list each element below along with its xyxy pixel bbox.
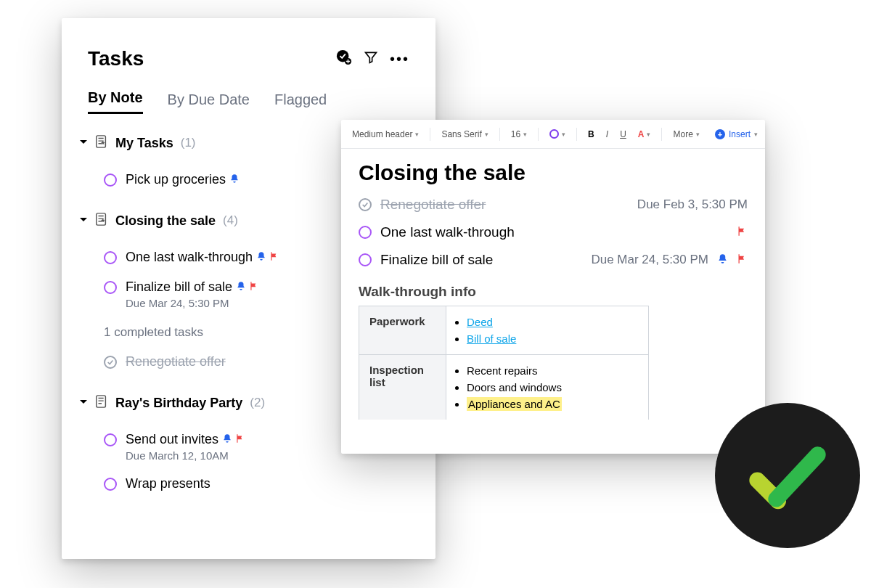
font-dropdown[interactable]: Sans Serif ▾ [438,127,491,142]
note-editor-panel: Medium header ▾ Sans Serif ▾ 16 ▾ ▾ B I … [341,120,765,454]
fontcolor-dropdown[interactable]: A▾ [634,127,655,142]
task-checkbox-done[interactable] [359,198,372,211]
chevron-down-icon: ▾ [485,131,488,138]
task-text: Renegotiate offer [126,354,226,369]
list-item: Appliances and AC [467,396,644,412]
color-ring-icon [549,129,559,139]
group-count: (2) [250,396,265,410]
tab-by-note[interactable]: By Note [88,89,143,114]
task-due: Due Mar 24, 5:30 PM [591,253,708,267]
task-row-completed[interactable]: Renegotiate offer Due Feb 3, 5:30 PM [359,191,748,219]
task-due: Due March 12, 10AM [126,449,245,462]
list-item: Deed [467,314,644,330]
chevron-down-icon [79,136,88,150]
bell-icon [717,253,728,266]
table-header: Inspection list [359,355,446,420]
task-checkbox[interactable] [104,433,117,446]
chevron-down-icon [79,214,88,227]
chevron-down-icon: ▾ [562,131,565,138]
task-checkbox[interactable] [104,281,117,294]
task-checkbox[interactable] [359,226,372,239]
chevron-down-icon [79,396,88,409]
svg-rect-3 [97,213,106,225]
task-text: Finalize bill of sale [126,279,232,294]
checkmark-icon [740,428,835,523]
task-row[interactable]: Wrap presents [72,469,425,499]
plus-icon: + [715,129,725,139]
task-due: Due Feb 3, 5:30 PM [637,197,748,212]
flag-icon [737,226,748,239]
task-row[interactable]: One last walk-through [359,219,748,246]
style-label: Medium header [352,129,412,139]
info-table-row-inspection: Inspection list Recent repairs Doors and… [359,354,649,420]
bell-icon [256,251,269,264]
underline-button[interactable]: U [616,127,630,142]
info-table-row-paperwork: Paperwork Deed Bill of sale [359,306,649,354]
insert-label: Insert [729,129,751,139]
bell-icon [229,173,240,186]
svg-rect-2 [97,136,106,147]
task-row[interactable]: Finalize bill of sale Due Mar 24, 5:30 P… [359,246,748,274]
task-checkbox[interactable] [104,173,117,187]
group-title: My Tasks [115,136,173,151]
bold-button[interactable]: B [584,127,598,142]
list-item: Doors and windows [467,379,644,396]
group-count: (4) [223,213,238,228]
task-checkbox[interactable] [359,253,372,266]
task-checkbox[interactable] [104,478,117,491]
task-text: Pick up groceries [126,172,226,187]
task-text: One last walk-through [380,224,515,240]
note-star-icon [95,134,108,152]
flag-icon [269,251,279,264]
bell-icon [222,433,235,446]
task-checkbox-done[interactable] [104,356,117,369]
insert-button[interactable]: + Insert ▾ [715,129,758,139]
size-dropdown[interactable]: 16 ▾ [507,127,531,142]
list-item: Bill of sale [467,330,644,347]
fontcolor-icon: A [638,129,645,139]
task-text: One last walk-through [126,250,253,264]
chevron-down-icon: ▾ [696,131,700,138]
task-checkbox[interactable] [104,251,117,264]
tab-flagged[interactable]: Flagged [274,91,327,114]
note-icon [95,394,108,412]
chevron-down-icon: ▾ [415,131,419,138]
editor-toolbar: Medium header ▾ Sans Serif ▾ 16 ▾ ▾ B I … [341,120,765,149]
section-header: Walk-through info [359,274,748,306]
filter-icon[interactable] [364,50,378,68]
font-label: Sans Serif [441,129,481,139]
chevron-down-icon: ▾ [647,131,650,138]
bill-of-sale-link[interactable]: Bill of sale [467,332,516,345]
flag-icon [737,253,748,266]
note-star-icon [95,212,108,229]
style-dropdown[interactable]: Medium header ▾ [348,127,422,142]
more-dropdown[interactable]: More ▾ [669,127,703,142]
color-dropdown[interactable]: ▾ [546,127,569,141]
task-text: Finalize bill of sale [380,252,493,268]
more-label: More [673,129,692,139]
italic-button[interactable]: I [602,127,612,142]
group-count: (1) [181,136,196,150]
more-icon[interactable]: ••• [390,52,409,66]
checkmark-badge [715,403,860,548]
task-due: Due Mar 24, 5:30 PM [126,297,259,309]
highlighted-text: Appliances and AC [467,397,562,411]
task-text: Renegotiate offer [380,197,486,213]
list-item: Recent repairs [467,362,644,379]
group-title: Closing the sale [115,213,216,229]
chevron-down-icon: ▾ [523,131,527,138]
chevron-down-icon: ▾ [754,131,758,138]
deed-link[interactable]: Deed [467,316,493,328]
flag-icon [249,281,259,293]
flag-icon [235,433,245,446]
add-task-icon[interactable] [336,49,352,68]
panel-title: Tasks [88,47,144,70]
note-title[interactable]: Closing the sale [359,149,748,191]
group-title: Ray's Birthday Party [115,396,242,411]
size-label: 16 [511,129,520,139]
bell-icon [236,281,249,293]
task-text: Wrap presents [126,476,210,491]
tab-by-due-date[interactable]: By Due Date [168,91,250,114]
svg-rect-4 [97,396,106,407]
task-text: Send out invites [126,432,218,446]
